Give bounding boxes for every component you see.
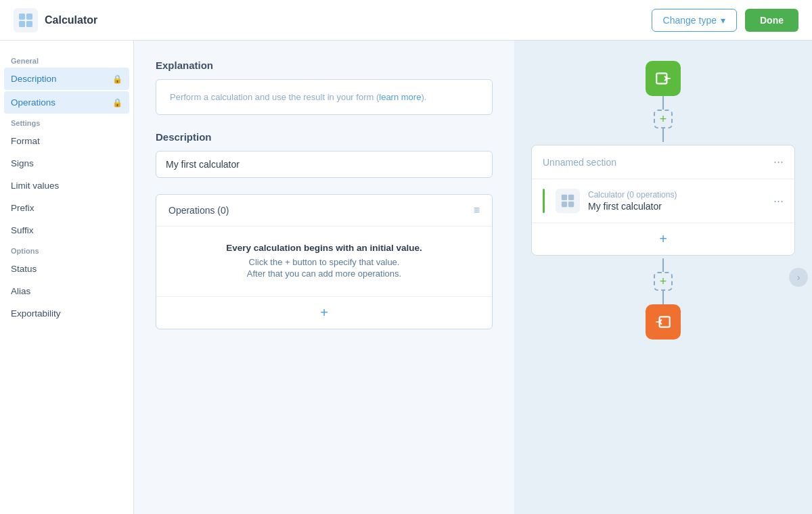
explanation-text: Perform a calculation and use the result… bbox=[170, 92, 379, 102]
description-title: Description bbox=[156, 131, 493, 143]
flow-connector-4 bbox=[662, 291, 664, 304]
content-area: Explanation Perform a calculation and us… bbox=[134, 41, 514, 514]
header-logo: Calculator bbox=[14, 8, 97, 32]
operations-add-button[interactable]: + bbox=[156, 296, 492, 329]
flow-connector-1 bbox=[662, 96, 664, 110]
sidebar-item-suffix[interactable]: Suffix bbox=[0, 219, 133, 241]
sidebar-item-alias[interactable]: Alias bbox=[0, 280, 133, 302]
section-card: Unnamed section ··· Calculator bbox=[531, 145, 795, 256]
calc-info-name: Calculator (0 operations) bbox=[588, 190, 765, 200]
sidebar-item-operations[interactable]: Operations 🔒 bbox=[4, 91, 129, 114]
section-card-menu-icon[interactable]: ··· bbox=[773, 155, 784, 169]
calc-info: Calculator (0 operations) My first calcu… bbox=[588, 190, 765, 212]
svg-rect-1 bbox=[26, 14, 32, 20]
sidebar-settings-section: Settings bbox=[0, 114, 133, 130]
sidebar-item-description[interactable]: Description 🔒 bbox=[4, 68, 129, 90]
explanation-box: Perform a calculation and use the result… bbox=[156, 79, 493, 115]
sidebar-prefix-label: Prefix bbox=[11, 203, 35, 213]
sidebar-status-label: Status bbox=[11, 264, 37, 274]
change-type-label: Change type bbox=[663, 15, 717, 26]
description-input[interactable] bbox=[156, 151, 493, 178]
sidebar-format-label: Format bbox=[11, 136, 40, 146]
sidebar-description-label: Description bbox=[11, 74, 57, 84]
flow-entry-node bbox=[646, 61, 681, 96]
sidebar-limit-values-label: Limit values bbox=[11, 181, 59, 191]
right-expand-hint[interactable]: › bbox=[789, 268, 808, 287]
operations-empty-line2: Click the + button to specify that value… bbox=[168, 257, 480, 267]
flow-add-btn-2[interactable]: + bbox=[654, 272, 673, 291]
sidebar-options-section: Options bbox=[0, 241, 133, 258]
operations-menu-icon[interactable]: ≡ bbox=[474, 204, 480, 216]
operations-empty-line3: After that you can add more operations. bbox=[168, 268, 480, 279]
sidebar-exportability-label: Exportability bbox=[11, 308, 61, 319]
operations-empty: Every calculation begins with an initial… bbox=[156, 227, 492, 296]
lock-icon-2: 🔒 bbox=[112, 98, 122, 108]
explanation-title: Explanation bbox=[156, 60, 493, 71]
sidebar-item-signs[interactable]: Signs bbox=[0, 152, 133, 174]
operations-header-title: Operations (0) bbox=[168, 205, 229, 216]
lock-icon: 🔒 bbox=[112, 74, 122, 84]
header-actions: Change type ▾ Done bbox=[652, 9, 798, 32]
change-type-button[interactable]: Change type ▾ bbox=[652, 9, 737, 32]
sidebar: General Description 🔒 Operations 🔒 Setti… bbox=[0, 41, 134, 514]
sidebar-item-prefix[interactable]: Prefix bbox=[0, 197, 133, 219]
operations-empty-line1: Every calculation begins with an initial… bbox=[168, 243, 480, 253]
svg-rect-8 bbox=[568, 202, 574, 207]
svg-rect-7 bbox=[562, 202, 567, 207]
calc-left-border bbox=[543, 189, 545, 213]
app-title: Calculator bbox=[45, 14, 97, 26]
sidebar-item-limit-values[interactable]: Limit values bbox=[0, 174, 133, 197]
right-panel: + Unnamed section ··· bbox=[514, 41, 812, 514]
svg-rect-9 bbox=[660, 317, 670, 327]
section-card-item: Calculator (0 operations) My first calcu… bbox=[532, 179, 794, 223]
sidebar-signs-label: Signs bbox=[11, 158, 34, 168]
done-button[interactable]: Done bbox=[745, 9, 798, 32]
sidebar-item-exportability[interactable]: Exportability bbox=[0, 302, 133, 325]
section-card-title: Unnamed section bbox=[543, 157, 616, 168]
flow-connector-2 bbox=[662, 128, 664, 142]
header: Calculator Change type ▾ Done bbox=[0, 0, 812, 41]
section-card-header: Unnamed section ··· bbox=[532, 145, 794, 179]
learn-more-link[interactable]: learn more bbox=[379, 92, 421, 102]
sidebar-item-format[interactable]: Format bbox=[0, 130, 133, 152]
section-add-row[interactable]: + bbox=[532, 223, 794, 255]
calc-icon bbox=[556, 189, 580, 213]
operations-header: Operations (0) ≡ bbox=[156, 195, 492, 227]
svg-rect-2 bbox=[19, 21, 25, 27]
svg-rect-0 bbox=[19, 14, 25, 20]
explanation-suffix: ). bbox=[421, 92, 426, 102]
flow-add-btn-1[interactable]: + bbox=[654, 110, 673, 128]
svg-rect-5 bbox=[562, 195, 567, 200]
svg-rect-3 bbox=[26, 21, 32, 27]
calc-info-value: My first calculator bbox=[588, 201, 765, 212]
calc-item-menu-icon[interactable]: ··· bbox=[773, 194, 784, 208]
flow-connector-3 bbox=[662, 258, 664, 272]
operations-box: Operations (0) ≡ Every calculation begin… bbox=[156, 194, 493, 329]
sidebar-item-status[interactable]: Status bbox=[0, 258, 133, 280]
chevron-down-icon: ▾ bbox=[721, 15, 725, 26]
flow-container: + Unnamed section ··· bbox=[514, 41, 812, 340]
sidebar-general-section: General bbox=[0, 51, 133, 68]
flow-exit-node bbox=[646, 304, 681, 340]
svg-rect-6 bbox=[568, 195, 574, 200]
svg-rect-4 bbox=[656, 73, 667, 83]
sidebar-alias-label: Alias bbox=[11, 286, 30, 296]
sidebar-operations-label: Operations bbox=[11, 97, 55, 108]
sidebar-suffix-label: Suffix bbox=[11, 225, 34, 235]
calculator-logo-icon bbox=[14, 8, 38, 32]
main-layout: General Description 🔒 Operations 🔒 Setti… bbox=[0, 41, 812, 514]
